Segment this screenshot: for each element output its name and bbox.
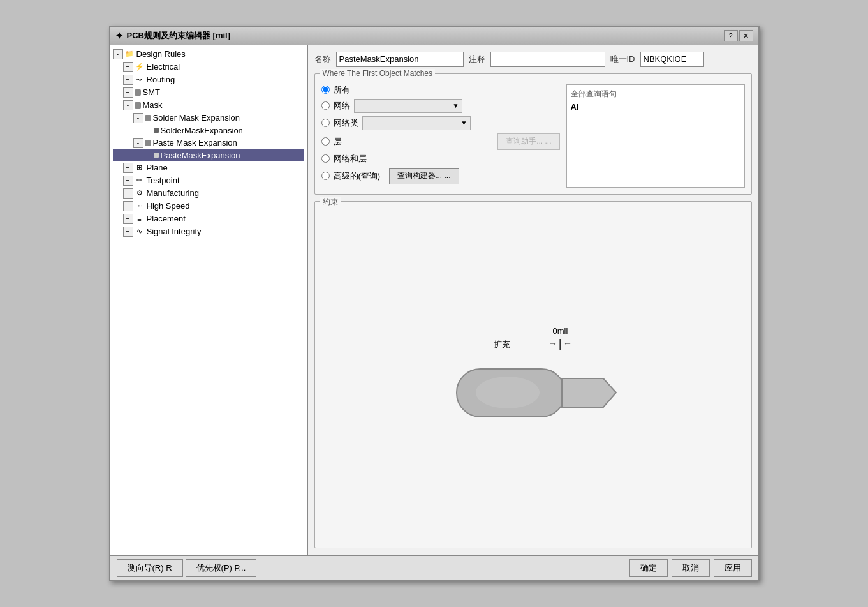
tree-panel: - 📁 Design Rules + ⚡ Electrical + ↝ Rout…	[110, 45, 308, 555]
bottom-bar: 测向导(R) R 优先权(P) P... 确定 取消 应用	[110, 555, 758, 580]
apply-button[interactable]: 应用	[714, 559, 752, 577]
rule-wizard-button[interactable]: 测向导(R) R	[117, 559, 183, 577]
toggle-manufacturing[interactable]: +	[123, 188, 133, 199]
name-input[interactable]	[336, 52, 464, 67]
radio-layer[interactable]	[321, 137, 330, 146]
expand-annotation: 0mil → | ←	[548, 326, 572, 350]
radio-row-network-layer: 网络和层	[321, 153, 560, 165]
name-label: 名称	[314, 54, 331, 65]
toggle-signal-integrity[interactable]: +	[123, 227, 133, 237]
id-input[interactable]	[640, 52, 704, 67]
plane-icon: ⊞	[135, 163, 145, 172]
toggle-mask[interactable]: -	[123, 100, 133, 110]
radio-row-all: 所有	[321, 84, 560, 96]
tree-item-high-speed[interactable]: + ≈ High Speed	[113, 200, 304, 213]
tree-item-design-rules[interactable]: - 📁 Design Rules	[113, 48, 304, 61]
tree-item-solder-mask[interactable]: - Solder Mask Expansion	[113, 112, 304, 124]
comment-input[interactable]	[490, 52, 605, 67]
network-class-dropdown[interactable]: ▼	[362, 116, 471, 130]
query-helper-btn: 查询助手... ...	[497, 133, 559, 150]
where-two-col: 所有 网络 ▼	[321, 84, 745, 188]
close-button[interactable]: ✕	[739, 30, 753, 41]
tree-label-testpoint: Testpoint	[147, 176, 180, 185]
toggle-placement[interactable]: +	[123, 214, 133, 224]
tree-item-placement[interactable]: + ≡ Placement	[113, 213, 304, 225]
radio-network-layer-label: 网络和层	[334, 153, 367, 165]
toggle-electrical[interactable]: +	[123, 62, 133, 72]
expand-value: 0mil	[553, 326, 568, 336]
tree-label-high-speed: High Speed	[147, 201, 190, 211]
tree-label-soldermaskexpansion: SolderMaskExpansion	[161, 126, 243, 135]
radio-row-network: 网络 ▼	[321, 99, 560, 113]
tree-label-manufacturing: Manufacturing	[147, 188, 199, 198]
toggle-paste-mask[interactable]: -	[133, 138, 143, 148]
svg-point-2	[476, 377, 540, 408]
where-legend: Where The First Object Matches	[320, 69, 436, 78]
match-column: 所有 网络 ▼	[321, 84, 560, 188]
radio-network[interactable]	[321, 101, 330, 110]
tree-label-design-rules: Design Rules	[136, 49, 186, 59]
mask-icon	[135, 102, 141, 109]
radio-all[interactable]	[321, 86, 330, 94]
signal-integrity-icon: ∿	[135, 227, 145, 236]
tree-item-testpoint[interactable]: + ✏ Testpoint	[113, 174, 304, 187]
cancel-button[interactable]: 取消	[672, 559, 710, 577]
tree-label-smt: SMT	[143, 87, 160, 97]
placement-icon: ≡	[135, 214, 145, 223]
tree-label-mask: Mask	[143, 100, 163, 110]
query-builder-btn[interactable]: 查询构建器... ...	[389, 168, 459, 184]
toggle-plane[interactable]: +	[123, 163, 133, 173]
window-title: PCB规则及约束编辑器 [mil]	[127, 30, 231, 41]
paste-mask-icon	[145, 140, 151, 146]
network-dropdown-arrow: ▼	[453, 102, 459, 109]
pastemask-item-icon	[154, 153, 159, 158]
vertical-bar: |	[559, 337, 562, 350]
svg-marker-1	[562, 378, 616, 407]
arrow-indicator: → | ←	[548, 337, 572, 350]
tree-item-mask[interactable]: - Mask	[113, 99, 304, 112]
toggle-smt[interactable]: +	[123, 87, 133, 98]
radio-row-advanced: 高级的(查询) 查询构建器... ...	[321, 168, 560, 184]
radio-advanced[interactable]	[321, 172, 330, 180]
radio-network-label: 网络	[334, 100, 350, 112]
tree-item-signal-integrity[interactable]: + ∿ Signal Integrity	[113, 225, 304, 238]
radio-row-layer: 层 查询助手... ...	[321, 133, 560, 150]
expand-label: 扩充	[494, 339, 510, 350]
title-bar-left: ✦ PCB规则及约束编辑器 [mil]	[115, 30, 231, 41]
pad-svg	[438, 353, 629, 436]
toggle-solder-mask[interactable]: -	[133, 113, 143, 123]
query-col-title: 全部查询语句	[571, 89, 740, 100]
tree-label-plane: Plane	[147, 163, 168, 172]
help-button[interactable]: ?	[724, 30, 738, 41]
tree-item-manufacturing[interactable]: + ⚙ Manufacturing	[113, 187, 304, 200]
toggle-routing[interactable]: +	[123, 75, 133, 85]
toggle-high-speed[interactable]: +	[123, 201, 133, 211]
radio-row-network-class: 网络类 ▼	[321, 116, 560, 130]
tree-item-pastemaskexpansion[interactable]: PasteMaskExpansion	[113, 149, 304, 161]
id-label: 唯一ID	[610, 54, 635, 65]
main-content: - 📁 Design Rules + ⚡ Electrical + ↝ Rout…	[110, 45, 758, 555]
high-speed-icon: ≈	[135, 202, 145, 211]
tree-label-solder-mask: Solder Mask Expansion	[153, 113, 240, 123]
main-window: ✦ PCB规则及约束编辑器 [mil] ? ✕ - 📁 Design Rules…	[109, 26, 760, 581]
toggle-testpoint[interactable]: +	[123, 176, 133, 186]
tree-item-electrical[interactable]: + ⚡ Electrical	[113, 61, 304, 73]
priority-button[interactable]: 优先权(P) P...	[186, 559, 257, 577]
bottom-right-buttons: 确定 取消 应用	[629, 559, 752, 577]
toggle-design-rules[interactable]: -	[113, 49, 123, 59]
tree-item-routing[interactable]: + ↝ Routing	[113, 73, 304, 86]
bottom-left-buttons: 测向导(R) R 优先权(P) P...	[117, 559, 257, 577]
tree-item-smt[interactable]: + SMT	[113, 86, 304, 99]
radio-network-layer[interactable]	[321, 154, 330, 163]
radio-all-label: 所有	[334, 84, 350, 96]
where-section: Where The First Object Matches 所有 网络	[314, 73, 752, 195]
tree-item-plane[interactable]: + ⊞ Plane	[113, 161, 304, 174]
tree-item-soldermaskexpansion[interactable]: SolderMaskExpansion	[113, 124, 304, 137]
ok-button[interactable]: 确定	[629, 559, 668, 577]
tree-item-paste-mask[interactable]: - Paste Mask Expansion	[113, 137, 304, 149]
network-dropdown[interactable]: ▼	[354, 99, 462, 113]
constraint-section: 约束 扩充 0mil → | ←	[314, 201, 752, 548]
radio-network-class[interactable]	[321, 119, 330, 127]
right-panel: 名称 注释 唯一ID Where The First Object Matche…	[308, 45, 758, 555]
electrical-icon: ⚡	[135, 63, 145, 71]
